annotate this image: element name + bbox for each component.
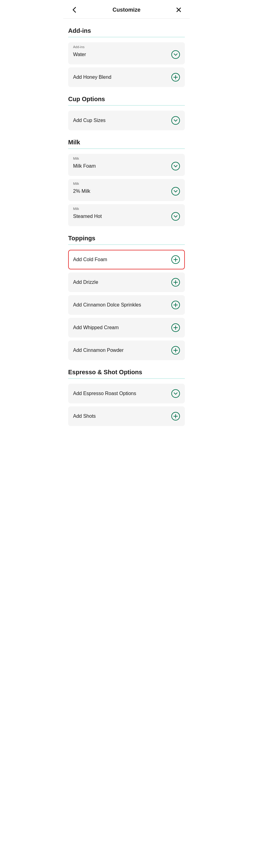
option-label-milk-foam: Milk Foam	[73, 163, 96, 169]
option-label-add-whipped-cream: Add Whipped Cream	[73, 325, 119, 331]
plus-icon	[171, 255, 180, 264]
section-title-espresso-shot-options: Espresso & Shot Options	[68, 369, 185, 376]
section-toppings: ToppingsAdd Cold Foam Add Drizzle Add Ci…	[68, 235, 185, 360]
option-sublabel-water: Add-ins	[73, 45, 84, 49]
section-divider-toppings	[68, 244, 185, 245]
option-item-add-espresso-roast-options[interactable]: Add Espresso Roast Options	[68, 384, 185, 403]
option-label-add-shots: Add Shots	[73, 413, 96, 419]
option-label-add-cinnamon-dolce-sprinkles: Add Cinnamon Dolce Sprinkles	[73, 302, 141, 308]
section-espresso-shot-options: Espresso & Shot OptionsAdd Espresso Roas…	[68, 369, 185, 426]
plus-icon	[171, 73, 180, 82]
chevron-down-icon	[171, 116, 180, 125]
chevron-down-icon	[171, 212, 180, 221]
option-item-add-cinnamon-dolce-sprinkles[interactable]: Add Cinnamon Dolce Sprinkles	[68, 295, 185, 315]
option-label-add-cold-foam: Add Cold Foam	[73, 257, 107, 262]
back-button[interactable]	[69, 5, 79, 15]
section-title-add-ins: Add-ins	[68, 27, 185, 34]
section-divider-espresso-shot-options	[68, 378, 185, 379]
option-label-water: Water	[73, 52, 86, 57]
option-item-add-cold-foam[interactable]: Add Cold Foam	[68, 250, 185, 270]
header: Customize	[63, 0, 190, 19]
chevron-down-icon	[171, 162, 180, 170]
option-item-add-cinnamon-powder[interactable]: Add Cinnamon Powder	[68, 341, 185, 360]
plus-icon	[171, 278, 180, 286]
option-item-water[interactable]: Add-insWater	[68, 42, 185, 64]
section-title-cup-options: Cup Options	[68, 96, 185, 103]
section-title-milk: Milk	[68, 139, 185, 146]
option-sublabel-milk-foam: Milk	[73, 157, 79, 160]
chevron-down-icon	[171, 389, 180, 398]
option-item-2pct-milk[interactable]: Milk2% Milk	[68, 179, 185, 201]
option-item-steamed-hot[interactable]: MilkSteamed Hot	[68, 204, 185, 226]
plus-icon	[171, 412, 180, 421]
option-sublabel-steamed-hot: Milk	[73, 207, 79, 211]
plus-icon	[171, 346, 180, 354]
option-item-milk-foam[interactable]: MilkMilk Foam	[68, 154, 185, 176]
option-label-add-espresso-roast-options: Add Espresso Roast Options	[73, 391, 136, 396]
content-area: Add-insAdd-insWater Add Honey Blend Cup …	[63, 27, 190, 439]
plus-icon	[171, 301, 180, 309]
option-item-add-honey-blend[interactable]: Add Honey Blend	[68, 67, 185, 87]
plus-icon	[171, 323, 180, 332]
option-label-add-drizzle: Add Drizzle	[73, 280, 98, 285]
section-add-ins: Add-insAdd-insWater Add Honey Blend	[68, 27, 185, 87]
option-item-add-whipped-cream[interactable]: Add Whipped Cream	[68, 318, 185, 337]
option-label-add-cup-sizes: Add Cup Sizes	[73, 118, 106, 123]
option-label-2pct-milk: 2% Milk	[73, 188, 90, 194]
option-item-add-cup-sizes[interactable]: Add Cup Sizes	[68, 111, 185, 130]
chevron-down-icon	[171, 50, 180, 59]
option-label-steamed-hot: Steamed Hot	[73, 214, 102, 219]
chevron-down-icon	[171, 187, 180, 195]
section-cup-options: Cup OptionsAdd Cup Sizes	[68, 96, 185, 130]
section-divider-cup-options	[68, 105, 185, 106]
option-sublabel-2pct-milk: Milk	[73, 182, 79, 185]
option-item-add-drizzle[interactable]: Add Drizzle	[68, 273, 185, 292]
option-label-add-cinnamon-powder: Add Cinnamon Powder	[73, 347, 124, 353]
section-divider-add-ins	[68, 37, 185, 37]
option-label-add-honey-blend: Add Honey Blend	[73, 74, 111, 80]
close-button[interactable]	[174, 5, 184, 15]
section-divider-milk	[68, 148, 185, 149]
section-milk: MilkMilkMilk Foam Milk2% Milk MilkSteame…	[68, 139, 185, 226]
page-title: Customize	[112, 7, 140, 13]
option-item-add-shots[interactable]: Add Shots	[68, 406, 185, 426]
section-title-toppings: Toppings	[68, 235, 185, 242]
